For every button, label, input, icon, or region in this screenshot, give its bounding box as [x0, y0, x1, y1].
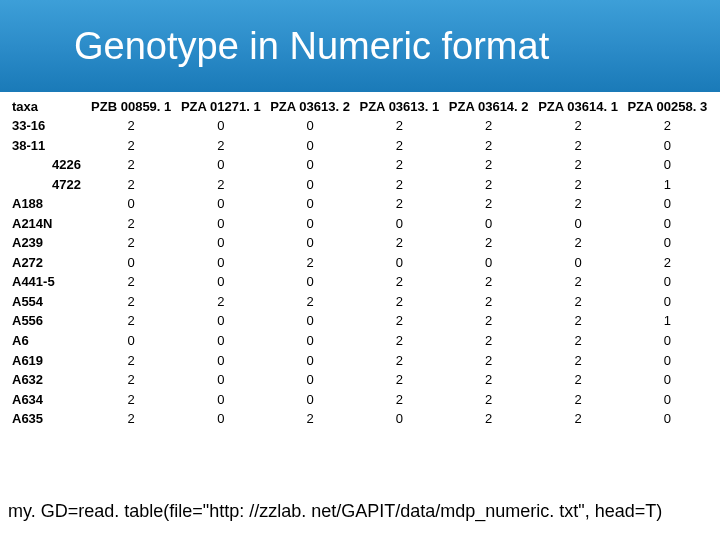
table-row: A2392002220: [8, 233, 712, 253]
value-cell: 2: [533, 311, 622, 331]
table-row: A60002220: [8, 331, 712, 351]
value-cell: 0: [265, 390, 354, 410]
taxa-cell: A634: [8, 390, 86, 410]
value-cell: 2: [86, 136, 176, 156]
value-cell: 2: [444, 331, 533, 351]
value-cell: 0: [265, 155, 354, 175]
taxa-cell: 4722: [8, 175, 86, 195]
value-cell: 2: [444, 155, 533, 175]
table-row: A1880002220: [8, 194, 712, 214]
table-row: A5542222220: [8, 292, 712, 312]
value-cell: 2: [265, 409, 354, 429]
taxa-cell: A632: [8, 370, 86, 390]
value-cell: 0: [86, 253, 176, 273]
value-cell: 2: [355, 311, 444, 331]
column-header: PZA 03614. 1: [533, 97, 622, 116]
value-cell: 0: [176, 351, 265, 371]
taxa-cell: A272: [8, 253, 86, 273]
value-cell: 0: [265, 272, 354, 292]
column-header-taxa: taxa: [8, 97, 86, 116]
column-header: PZA 01271. 1: [176, 97, 265, 116]
slide-title: Genotype in Numeric format: [74, 25, 549, 68]
value-cell: 2: [86, 233, 176, 253]
value-cell: 0: [265, 136, 354, 156]
value-cell: 0: [176, 155, 265, 175]
table-row: 42262002220: [8, 155, 712, 175]
value-cell: 2: [533, 175, 622, 195]
value-cell: 2: [355, 136, 444, 156]
value-cell: 2: [444, 311, 533, 331]
value-cell: 2: [355, 233, 444, 253]
value-cell: 0: [176, 253, 265, 273]
value-cell: 0: [265, 175, 354, 195]
value-cell: 0: [176, 214, 265, 234]
value-cell: 2: [533, 116, 622, 136]
value-cell: 2: [355, 390, 444, 410]
value-cell: 0: [623, 272, 712, 292]
value-cell: 0: [176, 409, 265, 429]
column-header: PZA 00258. 3: [623, 97, 712, 116]
value-cell: 0: [176, 116, 265, 136]
column-header: PZA 03614. 2: [444, 97, 533, 116]
value-cell: 0: [444, 214, 533, 234]
value-cell: 0: [265, 194, 354, 214]
value-cell: 0: [533, 214, 622, 234]
value-cell: 2: [533, 292, 622, 312]
value-cell: 0: [623, 292, 712, 312]
value-cell: 0: [533, 253, 622, 273]
value-cell: 2: [176, 136, 265, 156]
value-cell: 2: [444, 136, 533, 156]
value-cell: 0: [444, 253, 533, 273]
value-cell: 1: [623, 311, 712, 331]
taxa-cell: 33-16: [8, 116, 86, 136]
value-cell: 2: [444, 233, 533, 253]
table-row: A6342002220: [8, 390, 712, 410]
genotype-table: taxaPZB 00859. 1PZA 01271. 1PZA 03613. 2…: [8, 97, 712, 429]
value-cell: 2: [86, 351, 176, 371]
value-cell: 2: [265, 292, 354, 312]
value-cell: 2: [444, 272, 533, 292]
table-body: 33-16200222238-1122022204226200222047222…: [8, 116, 712, 429]
value-cell: 0: [176, 233, 265, 253]
value-cell: 0: [623, 351, 712, 371]
taxa-cell: A556: [8, 311, 86, 331]
value-cell: 2: [355, 351, 444, 371]
value-cell: 2: [533, 194, 622, 214]
value-cell: 2: [355, 155, 444, 175]
data-table-container: taxaPZB 00859. 1PZA 01271. 1PZA 03613. 2…: [0, 92, 720, 429]
value-cell: 2: [86, 292, 176, 312]
value-cell: 2: [176, 292, 265, 312]
value-cell: 2: [86, 214, 176, 234]
column-header: PZA 03613. 1: [355, 97, 444, 116]
table-row: A2720020002: [8, 253, 712, 273]
value-cell: 2: [355, 194, 444, 214]
taxa-cell: A239: [8, 233, 86, 253]
value-cell: 2: [533, 370, 622, 390]
value-cell: 0: [176, 272, 265, 292]
table-row: 47222202221: [8, 175, 712, 195]
value-cell: 2: [86, 175, 176, 195]
taxa-cell: A635: [8, 409, 86, 429]
value-cell: 0: [623, 409, 712, 429]
table-row: A6352020220: [8, 409, 712, 429]
value-cell: 0: [623, 370, 712, 390]
value-cell: 2: [355, 331, 444, 351]
value-cell: 2: [533, 272, 622, 292]
value-cell: 2: [355, 175, 444, 195]
table-row: A6192002220: [8, 351, 712, 371]
value-cell: 2: [265, 253, 354, 273]
value-cell: 2: [623, 253, 712, 273]
value-cell: 2: [444, 370, 533, 390]
value-cell: 2: [533, 233, 622, 253]
value-cell: 0: [355, 214, 444, 234]
value-cell: 0: [176, 331, 265, 351]
value-cell: 0: [176, 370, 265, 390]
value-cell: 2: [533, 331, 622, 351]
value-cell: 2: [533, 136, 622, 156]
value-cell: 0: [265, 351, 354, 371]
taxa-cell: 38-11: [8, 136, 86, 156]
code-line: my. GD=read. table(file="http: //zzlab. …: [8, 501, 662, 522]
value-cell: 0: [176, 390, 265, 410]
value-cell: 2: [355, 370, 444, 390]
value-cell: 0: [86, 194, 176, 214]
